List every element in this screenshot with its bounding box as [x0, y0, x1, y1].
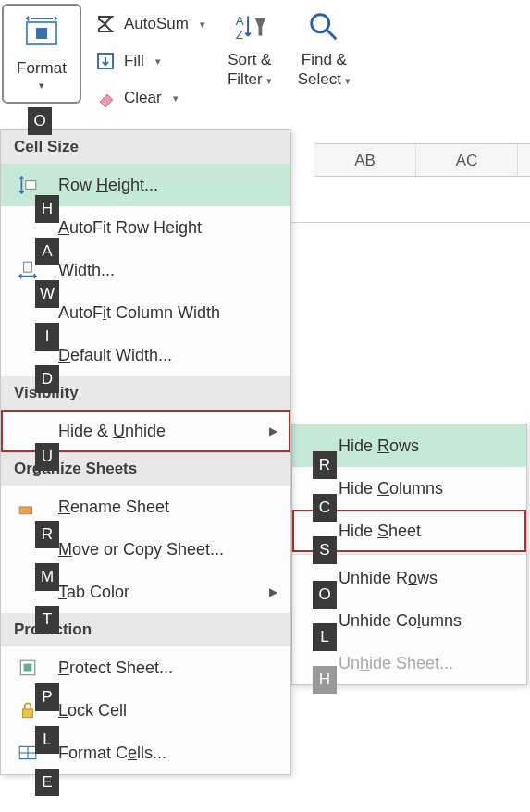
menu-item-label: Rename Sheet [58, 498, 290, 517]
keytip: I [35, 323, 59, 351]
fill-label: Fill [124, 52, 144, 70]
menu-item-label: Width... [58, 261, 290, 280]
column-header[interactable]: AB [314, 144, 416, 176]
keytip: R [35, 521, 59, 548]
svg-rect-7 [24, 262, 32, 272]
chevron-down-icon: ▾ [173, 92, 179, 105]
eraser-icon [94, 87, 117, 109]
column-headers: AB AC [314, 143, 530, 177]
menu-item-label: Move or Copy Sheet... [58, 540, 290, 560]
menu-item-label: Unhide Rows [339, 569, 438, 588]
menu-item-label: Unhide Columns [339, 611, 462, 631]
menu-item-label: AutoFit Column Width [58, 303, 290, 323]
chevron-down-icon: ▾ [39, 80, 44, 92]
find-select-button[interactable]: Find & Select▾ [285, 4, 364, 90]
menu-item-label: Format Cells... [58, 744, 290, 763]
format-icon [21, 13, 62, 54]
row-height-icon [18, 175, 38, 195]
keytip: H [35, 195, 59, 223]
submenu-arrow-icon: ▶ [269, 424, 277, 437]
section-cell-size: Cell Size [1, 130, 290, 164]
ribbon: Format ▾ AutoSum ▾ Fill ▾ Clear ▾ AZ Sor… [0, 0, 530, 129]
keytip: A [35, 238, 59, 265]
menu-item-label: Default Width... [58, 346, 290, 365]
menu-item-label: Tab Color [58, 583, 290, 602]
format-button[interactable]: Format ▾ [2, 4, 81, 104]
menu-item-label: Hide & Unhide [58, 422, 290, 441]
keytip: T [35, 606, 59, 634]
keytip: O [313, 581, 337, 609]
column-header[interactable]: AC [416, 144, 518, 176]
menu-item-label: Hide Columns [339, 479, 443, 498]
keytip: E [35, 769, 59, 796]
keytip: S [313, 536, 337, 564]
chevron-down-icon: ▾ [155, 55, 161, 68]
svg-rect-8 [19, 507, 31, 514]
sort-filter-label: Sort & Filter▾ [228, 50, 272, 90]
sort-filter-icon: AZ [232, 7, 267, 46]
svg-text:A: A [236, 14, 244, 28]
magnifier-icon [306, 7, 341, 46]
menu-item-label: Hide Rows [339, 437, 419, 456]
menu-item-label: Row Height... [58, 176, 290, 195]
ribbon-editing-group: AutoSum ▾ Fill ▾ Clear ▾ [81, 4, 215, 113]
menu-item-label: Unhide Sheet... [339, 654, 453, 673]
svg-rect-6 [26, 181, 36, 190]
keytip: H [313, 666, 337, 694]
autosum-button[interactable]: AutoSum ▾ [94, 9, 205, 39]
menu-item-label: Lock Cell [58, 701, 290, 720]
menu-item-label: Protect Sheet... [58, 658, 290, 678]
find-select-label: Find & Select▾ [298, 50, 351, 90]
keytip: C [313, 494, 337, 522]
keytip: U [35, 443, 59, 471]
keytip: P [35, 683, 59, 711]
autosum-label: AutoSum [124, 15, 189, 33]
menu-item-label: Hide Sheet [339, 522, 421, 541]
sheet-tab-icon [18, 497, 38, 517]
fill-button[interactable]: Fill ▾ [94, 46, 205, 76]
chevron-down-icon: ▾ [266, 75, 272, 86]
keytip: O [28, 107, 52, 135]
svg-text:Z: Z [236, 28, 243, 42]
keytip: W [35, 280, 59, 308]
chevron-down-icon: ▾ [345, 75, 351, 86]
svg-rect-10 [24, 664, 32, 672]
clear-button[interactable]: Clear ▾ [94, 83, 205, 113]
submenu-arrow-icon: ▶ [269, 585, 277, 598]
svg-rect-11 [23, 709, 33, 718]
chevron-down-icon: ▾ [200, 18, 205, 31]
svg-rect-1 [36, 28, 47, 39]
clear-label: Clear [124, 89, 162, 107]
keytip: L [313, 623, 337, 651]
keytip: D [35, 365, 59, 393]
keytip: R [313, 451, 337, 479]
sigma-icon [94, 13, 117, 35]
format-label: Format [17, 59, 67, 78]
svg-point-5 [312, 15, 329, 32]
protect-icon [18, 658, 38, 678]
keytip: M [35, 563, 59, 591]
keytip: L [35, 726, 59, 754]
sort-filter-button[interactable]: AZ Sort & Filter▾ [215, 4, 285, 90]
menu-item-label: AutoFit Row Height [58, 218, 290, 238]
fill-down-icon [94, 50, 117, 72]
